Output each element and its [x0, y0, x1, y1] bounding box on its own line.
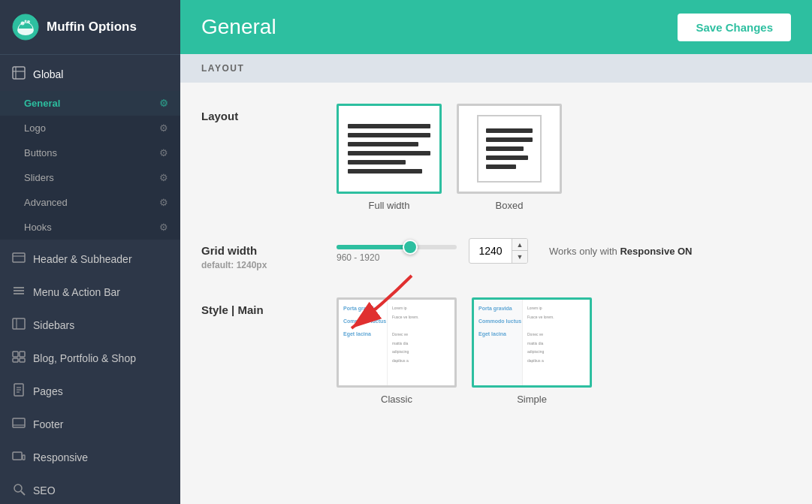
style-main-control: Porta gravida Commodo luctus Eget lacina… — [337, 297, 791, 405]
style-card-simple[interactable]: Porta gravida Commodo luctus Eget lacina… — [472, 297, 592, 405]
style-cell: Porta gravida — [343, 306, 382, 311]
sidebar-item-header-label: Header & Subheader — [33, 253, 132, 265]
style-cell: Commodo luctus — [478, 318, 518, 324]
style-text-line: adipiscing — [527, 349, 585, 355]
sidebar-sub-item-general[interactable]: General ⚙ — [0, 91, 180, 116]
style-text-line: Fusce ve lorem. — [527, 315, 585, 321]
style-cards: Porta gravida Commodo luctus Eget lacina… — [337, 297, 791, 405]
layout-line — [348, 133, 430, 137]
style-text-line: dapibus a — [527, 358, 585, 364]
sidebar-item-global-label: Global — [33, 68, 63, 80]
sidebar-item-responsive[interactable]: Responsive — [0, 441, 180, 474]
sidebar-item-pages[interactable]: Pages — [0, 375, 180, 408]
svg-rect-18 — [20, 358, 25, 362]
sidebar-sub-item-advanced[interactable]: Advanced ⚙ — [0, 190, 180, 215]
layout-line — [486, 128, 533, 133]
sidebar-sub-item-logo[interactable]: Logo ⚙ — [0, 116, 180, 140]
seo-icon — [12, 482, 26, 499]
sidebar-item-pages-label: Pages — [33, 385, 63, 397]
grid-default-text: default: 1240px — [201, 260, 337, 270]
responsive-note: Works only with Responsive ON — [549, 246, 693, 257]
style-main-label: Style | Main — [201, 297, 337, 316]
layout-card-boxed[interactable]: Boxed — [457, 104, 562, 211]
main-area: General Save Changes LAYOUT Layout — [180, 0, 812, 504]
muffin-logo-icon — [12, 14, 39, 41]
sidebar-logo[interactable]: Muffin Options — [0, 0, 180, 55]
style-card-classic[interactable]: Porta gravida Commodo luctus Eget lacina… — [337, 297, 457, 405]
style-card-classic-inner: Porta gravida Commodo luctus Eget lacina… — [337, 297, 457, 388]
layout-card-boxed-inner — [457, 104, 562, 194]
responsive-note-strong: Responsive ON — [620, 246, 692, 257]
grid-width-controls-row: 960 - 1920 ▲ ▼ Works only wit — [337, 238, 791, 264]
style-text-line: mattis dia — [527, 341, 585, 347]
svg-rect-16 — [20, 352, 25, 357]
sidebar-logo-text: Muffin Options — [47, 20, 137, 35]
content-area: LAYOUT Layout — [180, 54, 812, 504]
spinner-up-button[interactable]: ▲ — [512, 239, 527, 251]
sidebar-sub-item-buttons[interactable]: Buttons ⚙ — [0, 140, 180, 165]
gear-icon-buttons: ⚙ — [159, 147, 168, 158]
layout-line — [348, 124, 430, 128]
style-text-line: mattis dia — [392, 341, 450, 347]
grid-width-slider-track[interactable] — [337, 245, 457, 249]
gear-icon-advanced: ⚙ — [159, 197, 168, 208]
svg-rect-8 — [13, 253, 25, 262]
sidebar-item-menu[interactable]: Menu & Action Bar — [0, 276, 180, 309]
svg-point-27 — [14, 484, 22, 492]
style-card-classic-left: Porta gravida Commodo luctus Eget lacina — [339, 300, 388, 385]
sidebar-sub-item-sliders-label: Sliders — [24, 172, 54, 183]
sidebar-item-global[interactable]: Global — [0, 58, 180, 91]
sidebar-item-seo[interactable]: SEO — [0, 474, 180, 504]
sidebar-item-seo-label: SEO — [33, 484, 56, 496]
style-card-classic-label: Classic — [381, 394, 412, 405]
page-title: General — [201, 15, 276, 39]
style-cell: Commodo luctus — [343, 318, 382, 324]
sidebars-icon — [12, 317, 26, 333]
layout-line — [486, 164, 516, 169]
save-changes-button[interactable]: Save Changes — [678, 14, 791, 41]
slider-thumb[interactable] — [403, 240, 418, 255]
style-text-line: dapibus a — [392, 358, 450, 364]
grid-width-input[interactable] — [469, 241, 512, 261]
style-spacer — [527, 323, 585, 329]
sidebar-item-responsive-label: Responsive — [33, 451, 88, 463]
gear-icon-sliders: ⚙ — [159, 172, 168, 183]
grid-width-number-input: ▲ ▼ — [469, 238, 528, 264]
grid-width-control: 960 - 1920 ▲ ▼ Works only wit — [337, 238, 791, 264]
sidebar-sub-items-global: General ⚙ Logo ⚙ Buttons ⚙ Sliders ⚙ Adv… — [0, 91, 180, 240]
style-main-row: Style | Main Porta gravida Commodo luctu… — [201, 297, 791, 405]
grid-width-label: Grid width default: 1240px — [201, 238, 337, 270]
style-card-simple-right: Lorem ip Fusce ve lorem. Donec ve mattis… — [523, 300, 590, 385]
layout-line — [486, 146, 524, 151]
responsive-note-text: Works only with — [549, 246, 617, 257]
sidebar-sub-item-general-label: General — [24, 98, 60, 109]
layout-control: Full width — [337, 104, 791, 211]
sidebar-sub-item-hooks[interactable]: Hooks ⚙ — [0, 215, 180, 240]
style-text-line: Fusce ve lorem. — [392, 315, 450, 321]
style-text-line: Donec ve — [392, 332, 450, 338]
sidebar-sub-item-hooks-label: Hooks — [24, 222, 52, 233]
layout-card-full-width[interactable]: Full width — [337, 104, 442, 211]
layout-line — [348, 151, 430, 155]
svg-line-28 — [21, 491, 25, 495]
sidebar-sub-item-logo-label: Logo — [24, 122, 46, 134]
sidebar-item-sidebars[interactable]: Sidebars — [0, 309, 180, 342]
blog-icon — [12, 350, 26, 367]
sidebar-item-footer[interactable]: Footer — [0, 408, 180, 441]
topbar: General Save Changes — [180, 0, 812, 54]
spinner-down-button[interactable]: ▼ — [512, 251, 527, 263]
pages-icon — [12, 383, 26, 400]
svg-rect-17 — [13, 358, 18, 362]
sidebar-item-header[interactable]: Header & Subheader — [0, 243, 180, 276]
svg-rect-23 — [13, 418, 25, 427]
svg-rect-26 — [23, 455, 25, 460]
grid-width-row: Grid width default: 1240px 960 - 1920 — [201, 238, 791, 270]
sidebar-item-blog[interactable]: Blog, Portfolio & Shop — [0, 342, 180, 375]
layout-card-full-width-inner — [337, 104, 442, 194]
style-text-line: Lorem ip — [392, 306, 450, 312]
sidebar: Muffin Options Global General ⚙ Logo ⚙ B… — [0, 0, 180, 504]
layout-line — [348, 160, 406, 164]
slider-fill — [337, 245, 409, 249]
layout-card-boxed-label: Boxed — [496, 200, 524, 211]
sidebar-sub-item-sliders[interactable]: Sliders ⚙ — [0, 165, 180, 190]
